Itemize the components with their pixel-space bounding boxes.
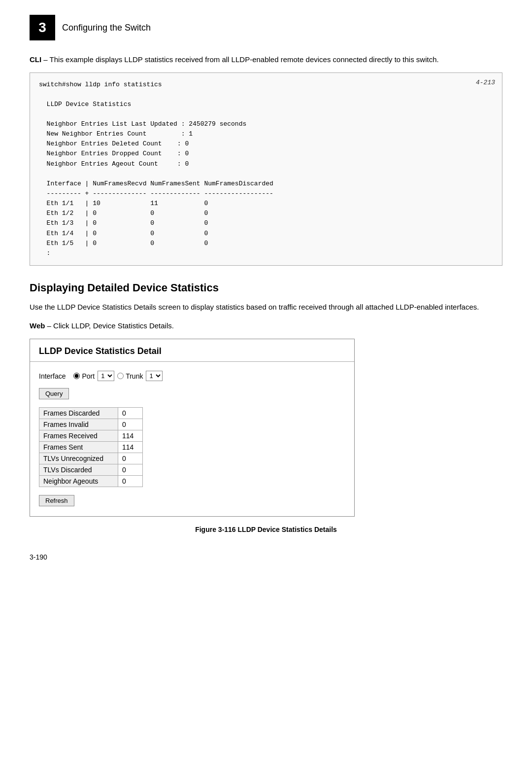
stats-label: TLVs Unrecognized bbox=[39, 453, 118, 464]
stats-row: Frames Sent114 bbox=[39, 442, 143, 453]
stats-value: 0 bbox=[118, 464, 143, 476]
query-button[interactable]: Query bbox=[39, 388, 69, 399]
stats-label: Frames Invalid bbox=[39, 419, 118, 430]
code-line-7: Neighbor Entries Ageout Count : 0 bbox=[39, 159, 493, 169]
code-line-10: Eth 1/1 | 10 11 0 bbox=[39, 199, 493, 209]
web-bold: Web bbox=[30, 321, 45, 330]
stats-row: Neighbor Ageouts0 bbox=[39, 476, 143, 487]
code-line-12: Eth 1/3 | 0 0 0 bbox=[39, 218, 493, 228]
page-number: 3-190 bbox=[30, 553, 502, 561]
page-header: 3 Configuring the Switch bbox=[30, 15, 502, 40]
ui-panel-body: Interface Port 1 2 3 4 5 6 7 8 Trunk 1 bbox=[30, 371, 354, 506]
stats-value: 0 bbox=[118, 408, 143, 419]
cli-intro-text: – This example displays LLDP statistics … bbox=[43, 55, 438, 64]
stats-row: Frames Invalid0 bbox=[39, 419, 143, 430]
web-label-para: Web – Click LLDP, Device Statistics Deta… bbox=[30, 321, 502, 330]
section-desc: Use the LLDP Device Statistics Details s… bbox=[30, 301, 502, 313]
port-select[interactable]: 1 2 3 4 5 6 7 8 bbox=[98, 371, 114, 381]
stats-value: 0 bbox=[118, 476, 143, 487]
code-line-9: --------- + -------------- -------------… bbox=[39, 189, 493, 199]
trunk-radio-label: Trunk bbox=[126, 372, 143, 380]
ui-panel-header: LLDP Device Statistics Detail bbox=[30, 339, 354, 362]
stats-value: 0 bbox=[118, 453, 143, 464]
chapter-icon: 3 bbox=[30, 15, 55, 40]
page-ref: 4-213 bbox=[476, 78, 495, 88]
stats-row: Frames Received114 bbox=[39, 430, 143, 442]
code-line-15: : bbox=[39, 248, 493, 258]
ui-panel: LLDP Device Statistics Detail Interface … bbox=[30, 339, 355, 517]
chapter-title: Configuring the Switch bbox=[62, 23, 151, 33]
interface-label: Interface bbox=[39, 372, 66, 380]
cli-intro: CLI – This example displays LLDP statist… bbox=[30, 54, 502, 66]
interface-row: Interface Port 1 2 3 4 5 6 7 8 Trunk 1 bbox=[39, 371, 345, 381]
figure-caption: Figure 3-116 LLDP Device Statistics Deta… bbox=[30, 526, 502, 533]
code-line-6: Neighbor Entries Dropped Count : 0 bbox=[39, 149, 493, 159]
code-line-4: New Neighbor Entries Count : 1 bbox=[39, 129, 493, 139]
port-radio[interactable] bbox=[73, 373, 80, 379]
section-heading: Displaying Detailed Device Statistics bbox=[30, 281, 502, 294]
stats-label: Frames Received bbox=[39, 430, 118, 442]
code-line-1: switch#show lldp info statistics bbox=[39, 80, 493, 90]
stats-row: TLVs Discarded0 bbox=[39, 464, 143, 476]
code-line-8: Interface | NumFramesRecvd NumFramesSent… bbox=[39, 179, 493, 189]
code-line-13: Eth 1/4 | 0 0 0 bbox=[39, 229, 493, 239]
code-block: 4-213 switch#show lldp info statistics L… bbox=[30, 72, 502, 266]
code-line-11: Eth 1/2 | 0 0 0 bbox=[39, 209, 493, 218]
stats-value: 114 bbox=[118, 430, 143, 442]
code-line-5: Neighbor Entries Deleted Count : 0 bbox=[39, 139, 493, 149]
stats-value: 0 bbox=[118, 419, 143, 430]
trunk-radio-group: Trunk bbox=[117, 372, 143, 380]
code-line-3: Neighbor Entries List Last Updated : 245… bbox=[39, 119, 493, 129]
stats-row: Frames Discarded0 bbox=[39, 408, 143, 419]
stats-value: 114 bbox=[118, 442, 143, 453]
stats-row: TLVs Unrecognized0 bbox=[39, 453, 143, 464]
stats-table: Frames Discarded0Frames Invalid0Frames R… bbox=[39, 407, 143, 487]
stats-label: Frames Discarded bbox=[39, 408, 118, 419]
cli-label: CLI bbox=[30, 55, 41, 64]
stats-label: Neighbor Ageouts bbox=[39, 476, 118, 487]
web-text: – Click LLDP, Device Statistics Details. bbox=[47, 321, 174, 330]
trunk-radio[interactable] bbox=[117, 373, 124, 379]
port-radio-label: Port bbox=[82, 372, 95, 380]
stats-label: Frames Sent bbox=[39, 442, 118, 453]
refresh-button[interactable]: Refresh bbox=[39, 495, 74, 506]
code-line-2: LLDP Device Statistics bbox=[39, 100, 493, 109]
panel-title: LLDP Device Statistics Detail bbox=[39, 346, 162, 356]
trunk-select[interactable]: 1 2 3 4 5 bbox=[146, 371, 163, 381]
port-radio-group: Port bbox=[73, 372, 95, 380]
stats-label: TLVs Discarded bbox=[39, 464, 118, 476]
code-line-14: Eth 1/5 | 0 0 0 bbox=[39, 239, 493, 248]
